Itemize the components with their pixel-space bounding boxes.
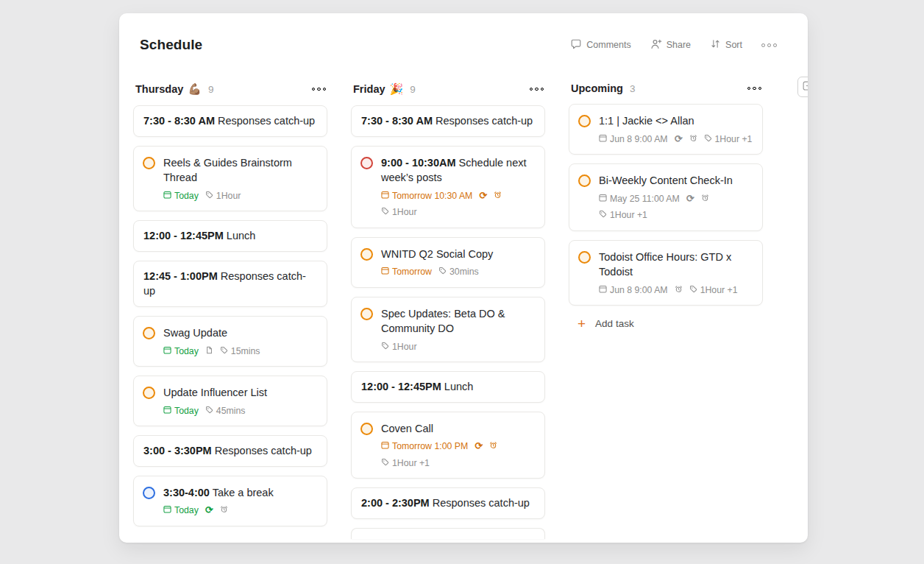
comments-button[interactable]: Comments [570,38,630,52]
task-checkbox[interactable] [578,115,591,127]
more-icon [312,88,327,91]
task-card[interactable]: Swag UpdateToday15mins [133,316,327,367]
label-chip: 1Hour +1 [599,209,647,222]
task-title: Coven Call [381,423,433,434]
column-more-button[interactable] [312,88,327,91]
meta-label: Today [174,345,199,358]
add-section-button[interactable] [797,77,808,97]
calendar-chip: May 25 11:00 AM [599,193,680,205]
task-card-row: WNITD Q2 Social Copy [360,247,535,262]
task-meta: 1Hour [360,341,535,353]
sort-button[interactable]: Sort [710,38,742,52]
task-card[interactable]: Reels & Guides Brainstorm ThreadToday1Ho… [133,146,327,212]
share-button[interactable]: Share [650,38,691,52]
task-title: WNITD Q2 Social Copy [381,248,493,260]
task-checkbox[interactable] [578,175,591,187]
task-text: 3:00 - 3:30PM Responses catch-up [143,443,312,459]
task-meta: Today1Hour [143,190,317,202]
task-text: Bi-Weekly Content Check-In [599,173,733,188]
calendar-icon [381,190,389,202]
task-card[interactable]: 12:45 - 1:00PM Responses catch-up [133,261,327,307]
task-meta-row: 1Hour [381,341,535,353]
task-card-row: 1:1 | Jackie <> Allan [578,113,753,129]
meta-label: Tomorrow 1:00 PM [392,440,468,453]
recurring-chip: ⟳ [475,440,483,453]
task-card-row: 3:00 - 3:30PM Responses catch-up [143,443,317,459]
task-time: 12:00 - 12:45PM [143,230,224,242]
task-checkbox[interactable] [578,251,591,264]
task-time: 3:30-4:00 [163,487,210,498]
task-text: Spec Updates: Beta DO & Community DO [381,306,535,336]
task-text: 9:00 - 10:30AM Schedule next week’s post… [381,155,535,186]
task-card[interactable]: Spec Updates: Beta DO & Community DO1Hou… [351,297,545,363]
meta-label: 1Hour +1 [610,209,647,222]
calendar-icon [599,193,607,205]
task-title: Lunch [227,230,256,242]
task-meta-row: May 25 11:00 AM⟳ [599,193,753,205]
task-title: Responses catch-up [436,115,533,127]
recurring-icon: ⟳ [479,190,487,202]
task-checkbox[interactable] [143,487,155,499]
task-card[interactable]: 7:30 - 8:30 AM Responses catch-up [351,105,545,137]
task-card[interactable]: 7:30 - 8:30 AM Responses catch-up [133,105,327,137]
task-checkbox[interactable] [143,327,155,339]
more-icon [747,87,762,91]
task-card-row: 12:00 - 12:45PM Lunch [143,228,317,244]
task-title: Lunch [444,381,474,392]
task-card[interactable]: Todoist Office Hours: GTD x TodoistJun 8… [569,240,763,306]
task-card[interactable]: 2:00 - 2:30PM Responses catch-up [351,487,545,519]
task-card-row: Swag Update [143,325,317,341]
task-card[interactable]: 12:00 - 12:45PM Lunch [351,371,545,403]
task-text: 12:00 - 12:45PM Lunch [361,379,473,395]
task-checkbox[interactable] [360,248,373,261]
task-meta-row: 1Hour +1 [599,209,753,222]
task-card-row: Coven Call [360,421,535,437]
alarm-icon [701,193,709,205]
task-meta: Jun 8 9:00 AM⟳1Hour +1 [578,133,753,146]
task-card[interactable]: 12:00 - 12:45PM Lunch [133,220,327,252]
task-meta-row: Today15mins [163,345,317,358]
column-task-count: 3 [630,83,636,94]
task-meta-row: Tomorrow 10:30 AM⟳ [381,190,535,202]
task-checkbox[interactable] [143,387,155,399]
task-meta-row: Tomorrow30mins [381,266,535,278]
task-meta-row: Jun 8 9:00 AM⟳1Hour +1 [599,133,753,146]
column-more-button[interactable] [747,87,762,91]
task-card[interactable]: 3:30-4:00 Take a breakToday⟳ [133,476,327,526]
task-card-partial[interactable] [351,528,545,539]
task-card[interactable]: Bi-Weekly Content Check-InMay 25 11:00 A… [569,163,763,230]
label-chip: 30mins [438,266,479,278]
recurring-chip: ⟳ [675,133,683,146]
label-icon [205,405,213,417]
task-text: 7:30 - 8:30 AM Responses catch-up [361,113,533,129]
task-checkbox[interactable] [360,308,373,320]
label-chip: 1Hour [381,206,417,219]
task-card[interactable]: Update Influencer ListToday45mins [133,376,327,426]
share-icon [650,38,662,52]
task-card[interactable]: WNITD Q2 Social CopyTomorrow30mins [351,237,545,288]
task-meta: May 25 11:00 AM⟳1Hour +1 [578,193,753,222]
task-checkbox[interactable] [143,157,155,169]
task-card-row: 7:30 - 8:30 AM Responses catch-up [143,113,317,129]
meta-label: Today [174,405,199,417]
calendar-chip: Tomorrow [381,266,432,278]
meta-label: 15mins [231,345,260,358]
task-text: Coven Call [381,421,433,437]
calendar-chip: Today [163,405,199,417]
task-checkbox[interactable] [360,157,373,169]
task-card[interactable]: 9:00 - 10:30AM Schedule next week’s post… [351,146,545,228]
column-more-button[interactable] [530,88,544,91]
task-title: Bi-Weekly Content Check-In [599,175,733,186]
column-title: Friday [353,83,385,95]
task-card[interactable]: 3:00 - 3:30PM Responses catch-up [133,435,327,467]
meta-label: Tomorrow [392,266,432,278]
add-task-button[interactable]: +Add task [569,318,763,329]
column-emoji-icon: 💪🏽 [188,82,202,96]
task-checkbox[interactable] [360,423,373,435]
task-card[interactable]: Coven CallTomorrow 1:00 PM⟳1Hour +1 [351,412,545,479]
task-card[interactable]: 1:1 | Jackie <> AllanJun 8 9:00 AM⟳1Hour… [569,104,763,155]
share-label: Share [667,40,691,50]
task-card-row: 3:30-4:00 Take a break [143,485,317,501]
alarm-icon [489,440,497,453]
board-more-button[interactable] [761,43,777,47]
